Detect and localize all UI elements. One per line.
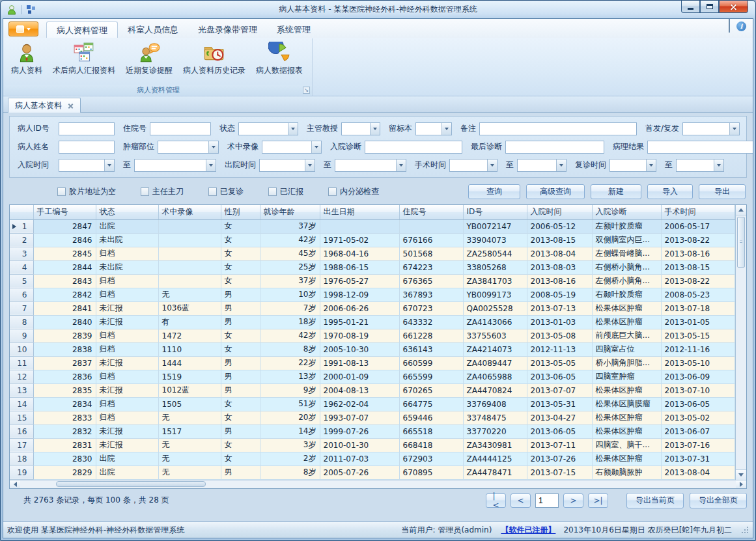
intraop-video-combo-dropdown[interactable] [311, 141, 321, 153]
table-row[interactable]: 52843归档女37岁1976-05-27676365ZA38417032013… [10, 274, 735, 288]
query-button[interactable]: 查询 [468, 184, 520, 199]
admission-time-from-combo[interactable] [59, 159, 115, 172]
row-number-cell[interactable]: 17 [10, 438, 33, 452]
resize-grip[interactable] [741, 526, 749, 534]
table-row[interactable]: 142834归档1505女51岁1962-02-0466477533769408… [10, 397, 735, 411]
table-row[interactable]: 72841未汇报1036蓝男7岁2006-06-26670723QA002552… [10, 301, 735, 315]
table-row[interactable]: 182830出院无女2岁2011-07-03672903ZA4444125201… [10, 452, 735, 465]
doc-tab-patient-basic-info[interactable]: 病人基本资料 [8, 98, 81, 113]
checkbox-endocrine-exam[interactable]: 内分泌检查 [328, 186, 379, 197]
row-number-cell[interactable]: 8 [10, 315, 33, 329]
pathology-result-input[interactable] [647, 141, 753, 154]
tab-close-icon[interactable] [68, 103, 74, 109]
page-number-input[interactable] [535, 493, 559, 508]
row-number-cell[interactable]: 11 [10, 356, 33, 370]
row-number-cell[interactable]: 14 [10, 397, 33, 411]
discharge-time-to-combo[interactable] [335, 159, 406, 172]
column-header-manual-number[interactable]: 手工编号 [33, 205, 96, 219]
tumor-site-combo-dropdown[interactable] [208, 141, 218, 153]
new-button[interactable]: 新建 [591, 184, 641, 199]
patient-name-input[interactable] [59, 141, 115, 154]
specimen-kept-combo[interactable] [415, 122, 452, 135]
checkbox-film-address-empty[interactable]: 胶片地址为空 [57, 186, 116, 197]
remark-input[interactable] [479, 122, 637, 135]
ribbon-tab-disc-video-tape-management[interactable]: 光盘录像带管理 [188, 21, 267, 38]
revisit-time-to-combo[interactable] [676, 159, 724, 172]
maximize-button[interactable] [700, 1, 719, 13]
status-combo[interactable] [238, 122, 298, 135]
column-header-admission-time[interactable]: 入院时间 [527, 205, 592, 219]
table-row[interactable]: 112837未汇报1444男22岁1991-08-13660599ZA40894… [10, 356, 735, 370]
ribbon-button-postop-patient-report-data[interactable]: 术后病人汇报资料 [48, 40, 120, 77]
row-number-cell[interactable]: 7 [10, 301, 33, 315]
scroll-left-button[interactable] [10, 480, 20, 488]
import-button[interactable]: 导入 [647, 184, 693, 199]
advanced-query-button[interactable]: 高级查询 [526, 184, 585, 199]
title-bar[interactable]: 病人基本资料 - 某某医院神经外科-神经外科数据管理系统 [3, 1, 753, 18]
row-number-cell[interactable]: 18 [10, 452, 33, 465]
row-number-cell[interactable]: 12 [10, 370, 33, 383]
surgery-time-from-combo[interactable] [449, 159, 497, 172]
first-or-recurrence-combo-dropdown[interactable] [729, 123, 739, 135]
checkbox-revisited[interactable]: 已复诊 [208, 186, 244, 197]
column-header-admission-number[interactable]: 住院号 [399, 205, 463, 219]
admission-time-to-combo[interactable] [134, 159, 216, 172]
checkbox-chief-surgeon[interactable]: 主任主刀 [141, 186, 184, 197]
surgery-time-from-combo-dropdown[interactable] [487, 160, 497, 171]
discharge-time-from-combo-dropdown[interactable] [305, 160, 315, 171]
ribbon-tab-department-staff-info[interactable]: 科室人员信息 [118, 21, 188, 38]
row-number-cell[interactable]: 16 [10, 424, 33, 438]
discharge-time-from-combo[interactable] [259, 159, 315, 172]
vertical-scroll-thumb[interactable] [737, 217, 745, 268]
final-diagnosis-input[interactable] [505, 141, 604, 154]
horizontal-scroll-thumb[interactable] [56, 481, 206, 487]
registered-link[interactable]: 【软件已注册】 [501, 525, 555, 536]
checkbox-box-chief-surgeon[interactable] [141, 187, 149, 196]
collapse-ribbon-button[interactable] [727, 19, 731, 34]
table-row[interactable]: 12847出院女37岁YB00721472006-05-12左额叶胶质瘤2006… [10, 219, 735, 233]
revisit-time-from-combo-dropdown[interactable] [646, 160, 656, 171]
row-number-cell[interactable]: 19 [10, 465, 33, 479]
table-row[interactable]: 32845归档女45岁1968-04-16501568ZA25805442013… [10, 247, 735, 260]
row-number-cell[interactable]: 10 [10, 342, 33, 356]
chief-professor-combo-dropdown[interactable] [370, 123, 380, 135]
column-header-visit-age[interactable]: 就诊年龄 [260, 205, 320, 219]
export-all-pages-button[interactable]: 导出全部页 [690, 493, 747, 508]
scroll-right-button[interactable] [736, 480, 746, 488]
app-menu-button[interactable] [8, 21, 38, 36]
horizontal-scrollbar[interactable] [10, 480, 746, 488]
table-row[interactable]: 82840未汇报有男18岁1995-01-21643332ZA414306620… [10, 315, 735, 329]
next-page-button[interactable]: > [563, 493, 583, 508]
vertical-scrollbar[interactable] [735, 205, 746, 480]
checkbox-reported[interactable]: 已汇报 [268, 186, 303, 197]
table-row[interactable]: 42844未出院女25岁1988-06-15674223338052682013… [10, 260, 735, 274]
checkbox-box-reported[interactable] [268, 187, 277, 196]
revisit-time-from-combo[interactable] [609, 159, 656, 172]
row-number-cell[interactable]: 2 [10, 233, 33, 247]
minimize-button[interactable] [681, 1, 700, 13]
export-button[interactable]: 导出 [699, 184, 746, 199]
table-row[interactable]: 192829出院无男8岁2005-07-26670895ZA4478471201… [10, 465, 735, 479]
column-header-gender[interactable]: 性别 [221, 205, 260, 219]
table-row[interactable]: 132835未汇报1012蓝男9岁2004-08-13670265ZA44708… [10, 383, 735, 397]
admission-time-to-combo-dropdown[interactable] [206, 160, 216, 171]
tumor-site-combo[interactable] [158, 141, 219, 154]
discharge-time-to-combo-dropdown[interactable] [396, 160, 406, 171]
table-row[interactable]: 102838归档1110女8岁2005-10-30636143ZA4214073… [10, 342, 735, 356]
column-header-birth-date[interactable]: 出生日期 [320, 205, 399, 219]
revisit-time-to-combo-dropdown[interactable] [714, 160, 723, 171]
row-number-cell[interactable]: 3 [10, 247, 33, 260]
group-dialog-launcher[interactable]: ↘ [303, 87, 310, 94]
row-number-cell[interactable]: 1 [10, 219, 33, 233]
admission-number-input[interactable] [150, 122, 211, 135]
checkbox-box-film-address-empty[interactable] [57, 187, 66, 196]
prev-page-button[interactable]: < [511, 493, 531, 508]
ribbon-button-patient-data[interactable]: 病人资料 [6, 40, 48, 77]
ribbon-tab-patient-data-management[interactable]: 病人资料管理 [46, 21, 118, 38]
chief-professor-combo[interactable] [341, 122, 380, 135]
first-page-button[interactable]: |< [486, 493, 506, 508]
ribbon-button-patient-data-history[interactable]: 病人资料历史记录 [178, 40, 251, 77]
column-header-id-number[interactable]: ID号 [463, 205, 527, 219]
export-current-page-button[interactable]: 导出当前页 [626, 493, 684, 508]
column-header-admission-diagnosis[interactable]: 入院诊断 [592, 205, 661, 219]
